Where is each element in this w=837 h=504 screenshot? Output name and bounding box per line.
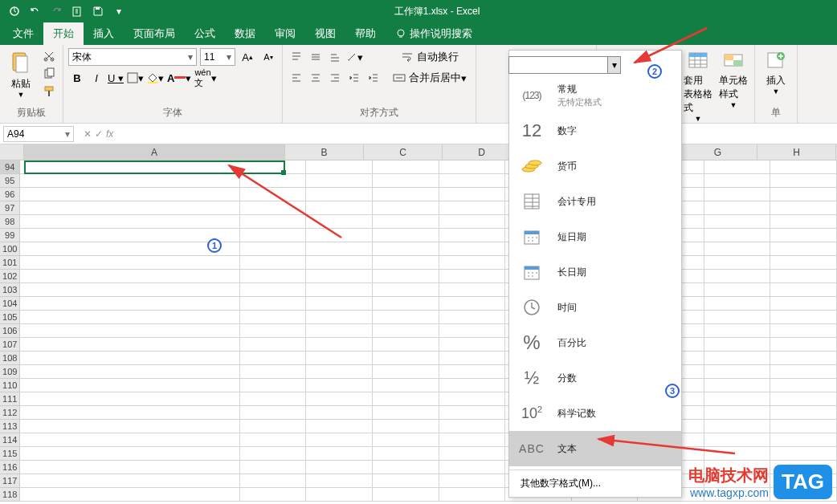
row-header[interactable]: 94 (0, 161, 20, 174)
cell[interactable] (704, 256, 771, 270)
name-box[interactable]: A94▾ (3, 126, 74, 142)
cell[interactable] (20, 488, 239, 502)
cell[interactable] (439, 242, 506, 256)
row-header[interactable]: 102 (0, 270, 20, 283)
cell[interactable] (240, 297, 307, 311)
row-header[interactable]: 100 (0, 242, 20, 256)
cell[interactable] (20, 256, 239, 270)
cell[interactable] (439, 433, 506, 447)
cell[interactable] (240, 488, 307, 502)
row-header[interactable]: 98 (0, 215, 20, 229)
cell[interactable] (704, 420, 771, 433)
cell[interactable] (240, 161, 307, 174)
cell[interactable] (439, 338, 506, 352)
cell[interactable] (306, 174, 373, 188)
cell[interactable] (770, 297, 837, 311)
merge-center-button[interactable]: 合并后居中 ▾ (389, 69, 471, 87)
tab-review[interactable]: 审阅 (265, 22, 305, 45)
cell[interactable] (770, 406, 837, 420)
align-right-button[interactable] (326, 69, 344, 87)
cell[interactable] (439, 420, 506, 433)
row-header[interactable]: 99 (0, 229, 20, 242)
cell[interactable] (373, 433, 439, 447)
cell[interactable] (439, 229, 506, 242)
cell[interactable] (306, 488, 373, 502)
cell[interactable] (240, 201, 307, 215)
cell[interactable] (704, 379, 771, 392)
cell[interactable] (20, 365, 239, 379)
cell[interactable] (704, 447, 771, 461)
cell[interactable] (770, 379, 837, 392)
col-header-B[interactable]: B (285, 144, 364, 160)
cell[interactable] (306, 270, 373, 283)
cell[interactable] (20, 352, 239, 365)
cell[interactable] (439, 256, 506, 270)
cell[interactable] (306, 283, 373, 297)
number-format-item[interactable]: ½分数 (509, 360, 681, 396)
col-header-G[interactable]: G (679, 144, 757, 160)
cell[interactable] (373, 392, 439, 406)
cell[interactable] (373, 188, 439, 201)
save-icon[interactable] (90, 3, 106, 19)
phonetic-button[interactable]: wén文▾ (194, 69, 217, 87)
decrease-font-button[interactable]: A▾ (259, 48, 277, 66)
cell[interactable] (704, 188, 771, 201)
cell[interactable] (240, 215, 307, 229)
cell[interactable] (373, 406, 439, 420)
format-painter-button[interactable] (40, 83, 58, 100)
cell[interactable] (20, 188, 239, 201)
cell[interactable] (306, 352, 373, 365)
cell[interactable] (439, 324, 506, 338)
cell[interactable] (240, 174, 307, 188)
insert-cells-button[interactable]: 插入▼ (760, 48, 792, 97)
cell[interactable] (306, 474, 373, 488)
cell[interactable] (240, 242, 307, 256)
cancel-formula-icon[interactable]: ✕ (84, 128, 92, 140)
fx-icon[interactable]: fx (106, 128, 113, 140)
cell[interactable] (373, 338, 439, 352)
underline-button[interactable]: U ▾ (107, 69, 125, 87)
redo-icon[interactable] (48, 3, 64, 19)
cell[interactable] (240, 338, 307, 352)
cell[interactable] (373, 352, 439, 365)
font-size-combo[interactable]: 11▾ (200, 48, 235, 66)
number-format-item[interactable]: 货币 (509, 148, 681, 184)
formula-input[interactable] (120, 126, 837, 142)
col-header-A[interactable]: A (24, 144, 285, 160)
col-header-H[interactable]: H (757, 144, 836, 160)
cell[interactable] (240, 311, 307, 324)
align-left-button[interactable] (288, 69, 305, 87)
cell[interactable] (439, 161, 506, 174)
bold-button[interactable]: B (68, 69, 86, 87)
cell[interactable] (439, 365, 506, 379)
cell[interactable] (373, 324, 439, 338)
cell[interactable] (439, 297, 506, 311)
cell[interactable] (770, 242, 837, 256)
increase-font-button[interactable]: A▴ (239, 48, 256, 66)
cell[interactable] (20, 447, 239, 461)
cell[interactable] (439, 488, 506, 502)
font-color-button[interactable]: A▾ (166, 69, 192, 87)
wrap-text-button[interactable]: 自动换行 (389, 48, 471, 66)
number-format-item[interactable]: 时间 (509, 290, 681, 325)
row-header[interactable]: 113 (0, 420, 20, 433)
italic-button[interactable]: I (88, 69, 105, 87)
number-format-item[interactable]: %百分比 (509, 325, 681, 360)
cell[interactable] (770, 161, 837, 174)
row-header[interactable]: 107 (0, 338, 20, 352)
cell[interactable] (373, 283, 439, 297)
cell[interactable] (770, 338, 837, 352)
cell[interactable] (439, 283, 506, 297)
tab-file[interactable]: 文件 (3, 22, 43, 45)
cell[interactable] (373, 215, 439, 229)
cell[interactable] (20, 379, 239, 392)
cell[interactable] (240, 461, 307, 474)
cell[interactable] (770, 270, 837, 283)
row-header[interactable]: 110 (0, 379, 20, 392)
cell[interactable] (306, 365, 373, 379)
cell[interactable] (20, 270, 239, 283)
cell[interactable] (373, 420, 439, 433)
row-header[interactable]: 115 (0, 447, 20, 461)
cell[interactable] (306, 406, 373, 420)
cell[interactable] (20, 229, 239, 242)
